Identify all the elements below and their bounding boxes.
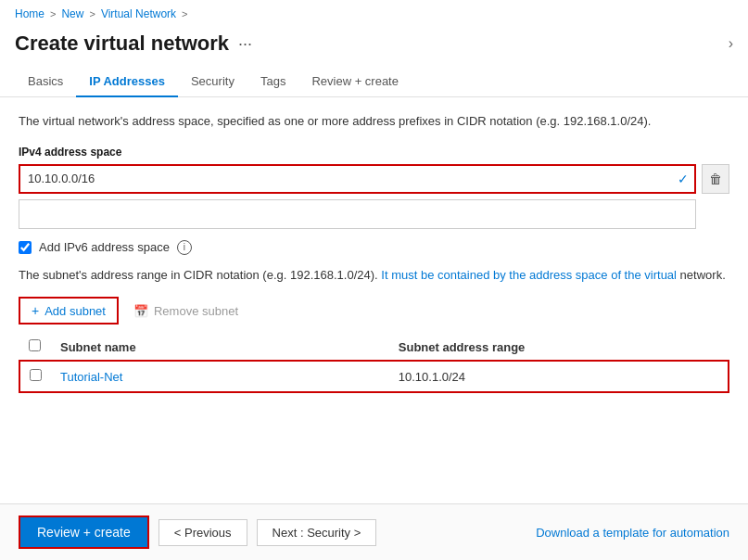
breadcrumb-home[interactable]: Home <box>15 7 44 20</box>
page-title: Create virtual network <box>15 32 229 56</box>
subnet-table: Subnet name Subnet address range Tutoria… <box>19 334 729 393</box>
plus-icon: + <box>32 303 39 318</box>
breadcrumb-sep-2: > <box>89 8 95 19</box>
subnet-desc-part1: The subnet's address range in CIDR notat… <box>19 268 378 282</box>
add-subnet-button[interactable]: + Add subnet <box>19 297 119 325</box>
remove-subnet-button[interactable]: 📅 Remove subnet <box>133 304 238 318</box>
ipv6-label: Add IPv6 address space <box>39 240 170 254</box>
tabs-bar: Basics IP Addresses Security Tags Review… <box>0 67 748 97</box>
tab-tags[interactable]: Tags <box>247 67 298 97</box>
ip-address-row: ✓ 🗑 <box>19 164 729 194</box>
ipv6-checkbox-row: Add IPv6 address space i <box>19 240 729 255</box>
header-ellipsis[interactable]: ··· <box>238 34 252 54</box>
breadcrumb-new[interactable]: New <box>61 7 83 20</box>
ip-address-input-wrapper: ✓ <box>19 164 696 194</box>
subnet-desc-part2: network. <box>680 268 726 282</box>
subnet-address-range: 10.10.1.0/24 <box>399 370 465 384</box>
ipv6-info-icon[interactable]: i <box>177 240 192 255</box>
tab-review-create[interactable]: Review + create <box>298 67 412 97</box>
page-header: Create virtual network ··· › <box>0 28 748 67</box>
checkmark-icon: ✓ <box>672 172 694 186</box>
table-row: Tutorial-Net 10.10.1.0/24 <box>19 361 729 392</box>
delete-address-button[interactable]: 🗑 <box>702 164 729 194</box>
breadcrumb-sep-3: > <box>182 8 187 19</box>
ipv4-label: IPv4 address space <box>19 146 729 159</box>
ipv4-address-input[interactable] <box>20 166 672 192</box>
breadcrumb-sep-1: > <box>50 8 56 19</box>
breadcrumb-virtual-network[interactable]: Virtual Network <box>101 7 176 20</box>
tab-ip-addresses[interactable]: IP Addresses <box>76 67 178 97</box>
expand-button[interactable]: › <box>729 35 733 52</box>
add-subnet-label: Add subnet <box>44 304 106 318</box>
col-header-subnet-range: Subnet address range <box>389 334 729 361</box>
breadcrumb: Home > New > Virtual Network > <box>0 0 748 28</box>
subnet-desc-link: It must be contained by the address spac… <box>381 268 677 282</box>
subnet-row-checkbox[interactable] <box>30 369 42 381</box>
subnet-actions: + Add subnet 📅 Remove subnet <box>19 297 729 325</box>
tab-basics[interactable]: Basics <box>15 67 76 97</box>
remove-subnet-label: Remove subnet <box>154 304 238 318</box>
subnet-name-link[interactable]: Tutorial-Net <box>60 370 122 384</box>
select-all-checkbox[interactable] <box>29 339 41 351</box>
subnet-description: The subnet's address range in CIDR notat… <box>19 266 729 285</box>
tab-security[interactable]: Security <box>178 67 247 97</box>
main-content: The virtual network's address space, spe… <box>0 97 748 408</box>
ipv6-checkbox[interactable] <box>19 241 32 254</box>
ip-address-empty-input[interactable] <box>19 199 696 229</box>
col-header-subnet-name: Subnet name <box>51 334 389 361</box>
ip-description: The virtual network's address space, spe… <box>19 112 729 131</box>
remove-subnet-icon: 📅 <box>133 304 148 318</box>
